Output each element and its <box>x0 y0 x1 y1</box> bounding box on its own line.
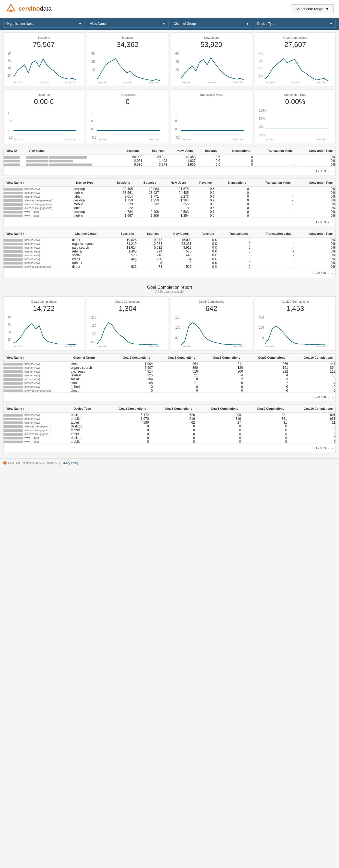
cell-bounces: 2,408 <box>133 210 159 214</box>
prev-page-button[interactable]: ‹ <box>328 271 330 275</box>
next-page-button[interactable]: › <box>331 271 333 275</box>
channel-filter[interactable]: Channel Group ▼ <box>171 20 252 28</box>
svg-text:8K: 8K <box>8 52 11 55</box>
kpi-row-1: Sessions 75,567 8K 6K 4K 2K Jan 2019 Jan… <box>3 32 336 87</box>
col-new-users: New Users <box>159 179 189 187</box>
cell-revenue: 0 € <box>192 238 217 242</box>
cell-bounces: 29,091 <box>142 155 167 159</box>
prev-page-button[interactable]: ‹ <box>328 169 330 173</box>
cell-conversion-rate: 0% <box>294 261 335 265</box>
privacy-policy-link[interactable]: Privacy Policy <box>61 462 78 465</box>
cell-goal8: 311 <box>198 362 243 366</box>
cell-transactions: 0 <box>214 187 249 191</box>
next-page-button[interactable]: › <box>331 446 333 451</box>
cell-device-type: tablet <box>71 421 103 425</box>
cell-goal9: 351 <box>241 417 287 421</box>
svg-text:50%: 50% <box>259 117 265 121</box>
cell-goal9: 366 <box>243 362 288 366</box>
table3-pagination: 1 - 20 / 20 <box>312 272 326 275</box>
cell-channel-group: organic search <box>70 366 108 370</box>
cell-goal10: 6 <box>288 377 335 381</box>
cell-goal8: 200 <box>198 370 243 373</box>
col-view-name[interactable]: View Name ↑ <box>4 354 70 362</box>
cell-goal9: 4 <box>243 373 288 377</box>
cell-new-users: 18 <box>159 206 189 210</box>
cell-sessions: 13,614 <box>110 246 137 249</box>
svg-text:Nov 2020: Nov 2020 <box>149 81 159 83</box>
cell-revenue: 0 € <box>192 242 217 246</box>
col-goal1: Goal1 Completions <box>108 354 153 362</box>
prev-page-button[interactable]: ‹ <box>328 395 330 399</box>
svg-text:2K: 2K <box>259 67 263 70</box>
goal-channel-table: View Name ↑ Channel Group Goal1 Completi… <box>3 353 336 402</box>
next-page-button[interactable]: › <box>331 169 333 173</box>
cell-channel-group: referral <box>70 373 108 377</box>
cell-revenue: 0 € <box>189 214 215 218</box>
goal1-card: Goal1 Completions 14,722 4K 3K 2K 1K Jan… <box>3 297 84 351</box>
table-row: (alle website gegevc...) desktop 0 0 0 0… <box>4 425 335 428</box>
cell-bounces: 12,984 <box>137 242 162 246</box>
cell-view-name <box>26 163 117 166</box>
cell-bounces: 200 <box>137 257 162 261</box>
col-view-name[interactable]: View Name ↑ <box>4 230 72 238</box>
prev-page-button[interactable]: ‹ <box>328 220 330 224</box>
col-view-name[interactable]: View Name ↑ <box>4 179 73 187</box>
cell-goal3: 616 <box>149 417 195 421</box>
goal1-value: 14,722 <box>7 304 81 313</box>
cell-revenue: 0 € <box>196 159 220 163</box>
chevron-down-icon: ▼ <box>246 22 249 26</box>
col-view-name[interactable]: View Name ↑ <box>26 147 117 155</box>
col-conversion-rate: Conversion Rate <box>294 230 335 238</box>
cell-new-users: 1,837 <box>167 159 196 163</box>
cell-channel-group: direct <box>70 389 108 393</box>
conversion-rate-chart: 100% 50% 0% -50% Jan 2019 Nov 2020 <box>258 107 332 140</box>
col-view-name[interactable]: View Name ↑ <box>4 405 71 413</box>
transactions-label: Transactions <box>91 93 165 96</box>
cell-conversion-rate: 0% <box>294 246 335 249</box>
cell-new-users: 3 <box>162 261 191 265</box>
cell-transactions: 0 <box>217 265 251 269</box>
svg-text:0: 0 <box>8 128 9 131</box>
goal8-card: Goal8 Completions 642 150 100 50 Jan 201… <box>171 297 252 351</box>
svg-text:50: 50 <box>175 336 178 340</box>
cell-transaction-value: - <box>253 163 295 166</box>
next-page-button[interactable]: › <box>331 395 333 399</box>
prev-page-button[interactable]: ‹ <box>328 446 330 451</box>
cell-bounces: 9,272 <box>137 238 162 242</box>
svg-text:Nov 2020: Nov 2020 <box>317 138 326 140</box>
svg-text:100%: 100% <box>259 109 267 113</box>
date-range-button[interactable]: Select date range ▼ <box>291 4 334 13</box>
cell-device-type: mobile <box>71 417 103 421</box>
svg-text:Nov 2020: Nov 2020 <box>233 81 242 83</box>
view-filter[interactable]: View Name ▼ <box>87 20 169 28</box>
cell-goal3: 0 <box>149 440 195 443</box>
org-filter[interactable]: Organisation Name ▼ <box>3 20 85 28</box>
cell-revenue: 0 € <box>192 257 217 261</box>
transaction-value-chart: 1 0.5 0 -0.5 Jan 2019 Nov 2020 <box>174 107 248 140</box>
cell-goal9: 0 <box>243 389 288 393</box>
cell-device-type: desktop <box>73 187 106 191</box>
table-row: (master view) social 184 8 2 3 6 <box>4 377 335 381</box>
svg-text:Nov 2020: Nov 2020 <box>233 345 242 347</box>
cell-goal1: 0 <box>103 436 149 440</box>
goal-table1-pagination: 1 - 20 / 20 <box>312 396 326 399</box>
cell-goal1: 0 <box>108 389 153 393</box>
svg-text:Jan 2019: Jan 2019 <box>265 345 274 347</box>
col-transaction-value: Transaction Value <box>251 230 294 238</box>
svg-text:3K: 3K <box>8 323 11 327</box>
col-device-type: Device Type <box>73 179 106 187</box>
revenue-value: 0.00 € <box>7 97 81 106</box>
next-page-button[interactable]: › <box>331 220 333 224</box>
cell-transaction-value: - <box>249 195 294 198</box>
cell-revenue: 0 € <box>189 210 215 214</box>
chevron-down-icon: ▼ <box>162 22 166 26</box>
cell-goal9: 0 <box>241 440 287 443</box>
cell-conversion-rate: 0% <box>295 163 335 166</box>
cell-bounces: 3,778 <box>142 163 167 166</box>
cell-view-name: (www + app) <box>4 210 73 214</box>
col-new-users: New Users <box>162 230 191 238</box>
device-filter[interactable]: Device Type ▼ <box>254 20 336 28</box>
cell-view-name: (master view) <box>4 377 70 381</box>
cell-goal3: 626 <box>149 413 195 417</box>
table-row: (master view) direct 1,904 364 311 366 4… <box>4 362 335 366</box>
